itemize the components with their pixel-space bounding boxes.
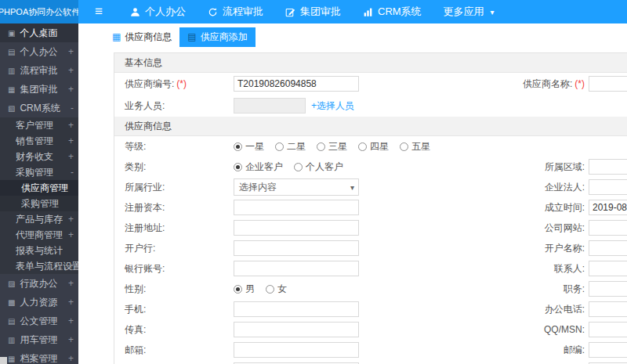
text-input[interactable] <box>589 200 627 215</box>
sidebar-item[interactable]: 采购管理 <box>0 196 78 211</box>
text-input[interactable] <box>589 301 627 317</box>
text-input[interactable] <box>589 179 627 195</box>
sidebar-item[interactable]: ▥流程审批+ <box>0 61 78 80</box>
sidebar-item[interactable]: 财务收支+ <box>0 149 78 164</box>
menu-item-group-approval[interactable]: 集团审批 <box>274 0 352 23</box>
expand-toggle-icon[interactable]: + <box>68 151 74 162</box>
expand-toggle-icon[interactable]: + <box>68 353 74 364</box>
scrollbar-corner <box>0 357 7 364</box>
form-row: 类别:企业客户个人客户所属区域: <box>114 157 627 177</box>
text-input[interactable] <box>234 220 359 236</box>
menu-item-crm-system[interactable]: CRM系统 <box>352 0 433 23</box>
text-input[interactable] <box>589 220 627 236</box>
menu-item-workflow-approval[interactable]: 流程审批 <box>197 0 274 23</box>
field-cell <box>589 76 627 92</box>
tab-supplier-info[interactable]: ▦ 供应商信息 <box>104 27 179 47</box>
expand-toggle-icon[interactable]: + <box>68 65 74 76</box>
sidebar-item-label: 财务收支 <box>16 150 53 164</box>
sidebar-item-label: 报表与统计 <box>16 244 63 258</box>
readonly-input[interactable] <box>234 98 306 114</box>
field-cell <box>234 301 359 317</box>
admin-icon: ▨ <box>8 279 15 288</box>
select-dropdown[interactable]: 选择内容▾ <box>234 178 359 196</box>
expand-toggle-icon[interactable]: + <box>68 229 74 240</box>
text-input[interactable] <box>589 322 627 337</box>
text-input[interactable] <box>589 261 627 276</box>
radio-option[interactable]: 五星 <box>400 140 430 153</box>
radio-option[interactable]: 二星 <box>275 140 306 153</box>
expand-toggle-icon[interactable]: + <box>68 278 74 289</box>
expand-toggle-icon[interactable]: - <box>71 103 74 114</box>
sidebar-item[interactable]: ▤个人办公+ <box>0 42 78 61</box>
text-input[interactable] <box>589 240 627 256</box>
text-input[interactable] <box>589 159 627 175</box>
text-input[interactable] <box>234 240 359 256</box>
text-input[interactable] <box>234 76 359 92</box>
sidebar-item[interactable]: ▧CRM系统- <box>0 99 78 117</box>
sidebar-item[interactable]: ▩人力资源+ <box>0 293 78 312</box>
expand-toggle-icon[interactable]: + <box>68 334 74 345</box>
field-label: 等级: <box>114 140 234 153</box>
radio-option[interactable]: 女 <box>266 283 287 296</box>
text-input[interactable] <box>234 301 359 317</box>
sidebar-item[interactable]: 销售管理+ <box>0 133 78 149</box>
menu-item-label: 个人办公 <box>145 5 186 19</box>
hamburger-menu-icon[interactable]: ≡ <box>78 0 119 23</box>
expand-toggle-icon[interactable]: - <box>71 167 74 178</box>
topbar: PHPOA协同办公软件 ≡ 个人办公 流程审批 集团审批 CRM系统 更多应用 … <box>0 0 627 23</box>
expand-toggle-icon[interactable]: + <box>68 214 74 225</box>
sidebar-item[interactable]: 客户管理+ <box>0 117 78 133</box>
field-label: 邮箱: <box>114 344 234 357</box>
sidebar-item[interactable]: 供应商管理 <box>0 180 78 196</box>
text-input[interactable] <box>234 261 359 276</box>
field-cell <box>234 240 359 256</box>
hr-icon: ▩ <box>8 298 15 307</box>
field-label: 办公电话: <box>359 303 589 316</box>
sidebar-item[interactable]: 表单与流程设置+ <box>0 258 78 274</box>
tab-label: 供应商添加 <box>201 31 248 44</box>
sidebar-item[interactable]: ▦集团审批+ <box>0 80 78 99</box>
radio-option[interactable]: 男 <box>234 283 255 296</box>
menu-item-personal-office[interactable]: 个人办公 <box>119 0 197 23</box>
sidebar-item[interactable]: 产品与库存+ <box>0 211 78 227</box>
menu-item-more-apps[interactable]: 更多应用 ▾ <box>433 0 506 23</box>
radio-option[interactable]: 一星 <box>234 140 264 153</box>
sidebar-item[interactable]: ▨行政办公+ <box>0 274 78 293</box>
expand-toggle-icon[interactable]: + <box>68 315 74 326</box>
sidebar-item[interactable]: 报表与统计 <box>0 243 78 258</box>
sidebar-item[interactable]: 采购管理- <box>0 164 78 180</box>
expand-toggle-icon[interactable]: + <box>68 84 74 95</box>
text-input[interactable] <box>589 76 627 92</box>
field-label: 注册地址: <box>114 222 234 235</box>
expand-toggle-icon[interactable]: + <box>68 261 74 272</box>
radio-option[interactable]: 三星 <box>317 140 347 153</box>
radio-option[interactable]: 个人客户 <box>294 160 343 174</box>
field-label-text: 供应商名称: <box>523 78 572 89</box>
radio-option[interactable]: 四星 <box>358 140 389 153</box>
text-input[interactable] <box>234 342 359 358</box>
expand-toggle-icon[interactable]: + <box>68 120 74 131</box>
text-input[interactable] <box>589 342 627 358</box>
select-person-link[interactable]: +选择人员 <box>311 99 354 113</box>
expand-toggle-icon[interactable]: + <box>68 297 74 308</box>
text-input[interactable] <box>234 322 359 337</box>
field-cell <box>589 322 627 337</box>
form-section: 基本信息供应商编号:(*)供应商名称:(*)业务人员:+选择人员 <box>114 53 627 117</box>
sidebar-item[interactable]: ▤公文管理+ <box>0 312 78 330</box>
expand-toggle-icon[interactable]: + <box>68 135 74 146</box>
text-input[interactable] <box>589 281 627 297</box>
tab-supplier-add[interactable]: ▤ 供应商添加 <box>179 27 255 47</box>
sidebar-item[interactable]: 代理商管理+ <box>0 227 78 243</box>
sidebar-item[interactable]: ▣个人桌面 <box>0 23 78 42</box>
sidebar-item[interactable]: ▦档案管理+ <box>0 349 78 364</box>
field-cell <box>234 322 359 337</box>
sidebar-item-label: 人力资源 <box>20 296 57 309</box>
sidebar-item[interactable]: ▥用车管理+ <box>0 330 78 349</box>
sidebar-item-label: 个人办公 <box>20 45 57 59</box>
form-row: 供应商编号:(*)供应商名称:(*) <box>114 73 627 95</box>
text-input[interactable] <box>234 200 359 215</box>
form-row: 等级:一星二星三星四星五星来源:选择内容▾ <box>114 136 627 157</box>
expand-toggle-icon[interactable]: + <box>68 46 74 57</box>
field-cell: 企业客户个人客户 <box>234 160 359 174</box>
radio-option[interactable]: 企业客户 <box>234 160 283 174</box>
